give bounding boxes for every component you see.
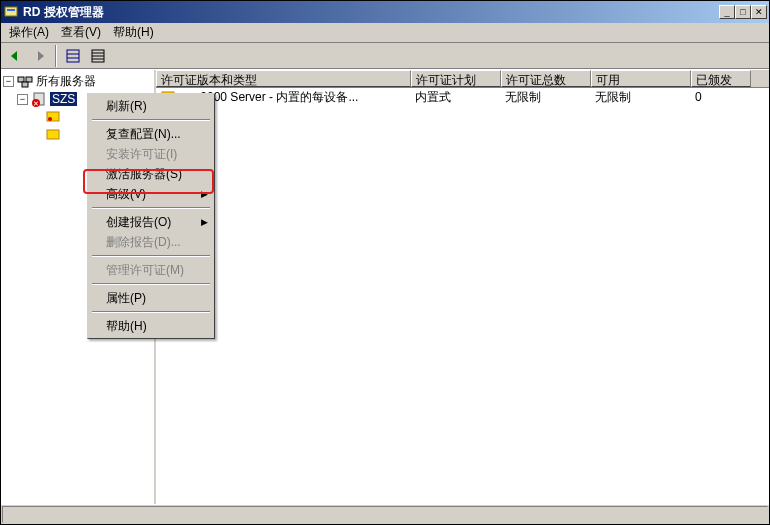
svg-text:✕: ✕ xyxy=(33,100,39,107)
cm-manage-license: 管理许可证(M) xyxy=(90,260,212,280)
server-error-icon: ✕ xyxy=(31,91,47,107)
certificate-icon xyxy=(45,109,61,125)
cm-properties[interactable]: 属性(P) xyxy=(90,288,212,308)
svg-rect-2 xyxy=(67,50,79,62)
window-controls: _ □ ✕ xyxy=(719,5,767,19)
col-plan[interactable]: 许可证计划 xyxy=(411,70,501,87)
cm-create-report[interactable]: 创建报告(O) ▶ xyxy=(90,212,212,232)
cm-separator xyxy=(92,311,210,313)
cm-activate-server[interactable]: 激活服务器(S) xyxy=(90,164,212,184)
svg-rect-0 xyxy=(5,7,17,16)
close-button[interactable]: ✕ xyxy=(751,5,767,19)
expand-collapse-icon[interactable]: − xyxy=(17,94,28,105)
expand-collapse-icon[interactable]: − xyxy=(3,76,14,87)
cm-install-license: 安装许可证(I) xyxy=(90,144,212,164)
tree-root-label: 所有服务器 xyxy=(36,73,96,90)
report-icon xyxy=(45,127,61,143)
svg-rect-1 xyxy=(7,9,15,11)
cm-refresh[interactable]: 刷新(R) xyxy=(90,96,212,116)
window-title: RD 授权管理器 xyxy=(23,4,719,21)
context-menu: 刷新(R) 复查配置(N)... 安装许可证(I) 激活服务器(S) 高级(V)… xyxy=(87,93,215,339)
cm-separator xyxy=(92,255,210,257)
list-pane: 许可证版本和类型 许可证计划 许可证总数 可用 已颁发 ws 2000 Serv… xyxy=(156,70,769,504)
toolbar xyxy=(1,43,769,69)
col-version-type[interactable]: 许可证版本和类型 xyxy=(156,70,411,87)
cm-help[interactable]: 帮助(H) xyxy=(90,316,212,336)
menu-help[interactable]: 帮助(H) xyxy=(107,22,160,43)
servers-icon xyxy=(17,73,33,89)
svg-rect-10 xyxy=(26,77,32,82)
cell-plan: 内置式 xyxy=(411,88,501,107)
toolbar-list-button[interactable] xyxy=(86,45,109,67)
svg-rect-11 xyxy=(22,82,28,87)
cell-total: 无限制 xyxy=(501,88,591,107)
col-issued[interactable]: 已颁发 xyxy=(691,70,751,87)
submenu-arrow-icon: ▶ xyxy=(201,189,208,199)
cm-separator xyxy=(92,207,210,209)
svg-rect-9 xyxy=(18,77,24,82)
svg-rect-17 xyxy=(47,130,59,139)
cm-advanced[interactable]: 高级(V) ▶ xyxy=(90,184,212,204)
menu-view[interactable]: 查看(V) xyxy=(55,22,107,43)
tree-server-label: SZS xyxy=(50,92,77,106)
toolbar-back-button[interactable] xyxy=(3,45,26,67)
cell-issued: 0 xyxy=(691,89,751,105)
tree-root[interactable]: − 所有服务器 xyxy=(3,72,152,90)
title-bar: RD 授权管理器 _ □ ✕ xyxy=(1,1,769,23)
cm-separator xyxy=(92,119,210,121)
col-available[interactable]: 可用 xyxy=(591,70,691,87)
app-icon xyxy=(3,4,19,20)
cm-delete-report: 删除报告(D)... xyxy=(90,232,212,252)
toolbar-refresh-button[interactable] xyxy=(61,45,84,67)
list-header: 许可证版本和类型 许可证计划 许可证总数 可用 已颁发 xyxy=(156,70,769,88)
svg-point-16 xyxy=(48,117,52,121)
minimize-button[interactable]: _ xyxy=(719,5,735,19)
cell-available: 无限制 xyxy=(591,88,691,107)
menu-action[interactable]: 操作(A) xyxy=(3,22,55,43)
list-row[interactable]: ws 2000 Server - 内置的每设备... 内置式 无限制 无限制 0 xyxy=(156,88,769,106)
submenu-arrow-icon: ▶ xyxy=(201,217,208,227)
status-cell xyxy=(2,506,768,523)
toolbar-separator xyxy=(55,45,57,67)
menu-bar: 操作(A) 查看(V) 帮助(H) xyxy=(1,23,769,43)
maximize-button[interactable]: □ xyxy=(735,5,751,19)
cm-review-config[interactable]: 复查配置(N)... xyxy=(90,124,212,144)
toolbar-forward-button[interactable] xyxy=(28,45,51,67)
list-body[interactable]: ws 2000 Server - 内置的每设备... 内置式 无限制 无限制 0 xyxy=(156,88,769,504)
col-total[interactable]: 许可证总数 xyxy=(501,70,591,87)
cm-separator xyxy=(92,283,210,285)
status-bar xyxy=(1,504,769,524)
